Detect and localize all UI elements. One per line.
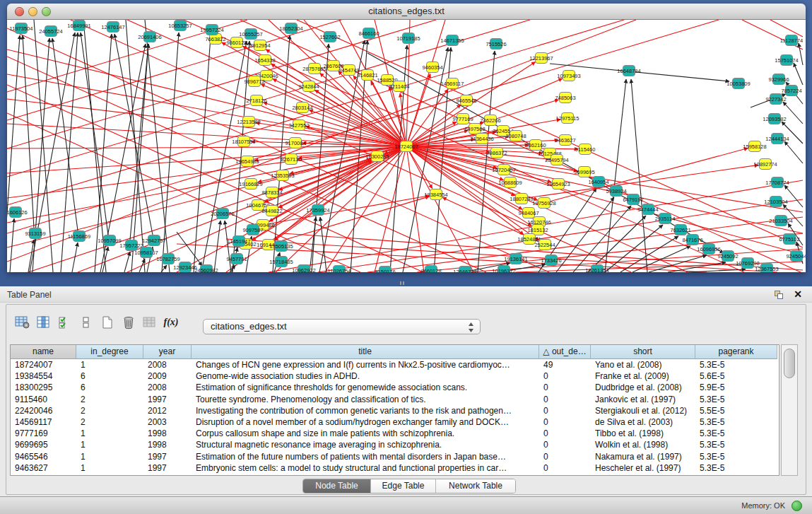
graph-edge[interactable] [478,51,495,272]
table-row[interactable]: 946362711997Embryonic stem cells: a mode… [11,462,779,474]
graph-edge[interactable] [240,20,801,272]
function-builder-button[interactable]: f(x) [160,313,182,332]
scrollbar-thumb[interactable] [784,349,795,378]
select-columns-button[interactable] [54,313,76,332]
table-cell: Stergiakouli et al. (2012) [591,405,695,416]
graph-edge[interactable] [177,232,202,266]
close-panel-icon[interactable]: ✕ [794,288,802,300]
graph-edge[interactable] [794,63,803,85]
graph-edge[interactable] [406,146,803,233]
column-header-title[interactable]: title [192,345,539,359]
table-cell: 49 [539,359,591,370]
show-column-button[interactable] [33,313,54,332]
table-row[interactable]: 1938455462009Genome-wide association stu… [11,370,779,382]
float-panel-icon[interactable] [775,291,784,299]
table-panel-body: f(x) citations_edges.txt namein_degreeye… [6,304,806,495]
table-cell: Structural magnetic resonance image aver… [192,439,539,450]
network-graph[interactable]: 1872400722420046271812612213589181075541… [7,20,806,272]
new-table-button[interactable] [97,313,118,332]
table-cell: 1997 [143,394,192,405]
table-cell: 0 [539,439,591,450]
graph-node-label: 20206576 [211,211,234,217]
graph-node-label: 9313159 [25,230,45,237]
table-row[interactable]: 2242004622012Investigating the contribut… [11,405,779,416]
graph-node-label: 7515526 [486,41,506,47]
table-cell: 1 [76,439,143,450]
table-row[interactable]: 1872400712008Changes of HCN gene express… [11,359,779,370]
table-chooser-dropdown[interactable]: citations_edges.txt [203,319,481,334]
graph-node-label: 15720407 [492,167,515,173]
column-header-pagerank[interactable]: pagerank [695,345,777,359]
column-header-out_de[interactable]: △ out_de… [539,345,591,359]
table-cell: 0 [539,382,591,393]
new-document-icon [100,315,115,329]
graph-node-label: 8660128 [420,268,441,273]
table-cell: 5.3E-5 [695,439,777,450]
table-cell: 2 [76,394,143,405]
graph-node-label: 24055724 [39,28,62,35]
table-settings-button[interactable] [12,313,33,332]
tab-edge-table[interactable]: Edge Table [371,479,436,493]
table-cell: 2 [76,416,143,428]
table-row[interactable]: 969969511998Structural magnetic resonanc… [11,439,779,450]
graph-edge[interactable] [7,20,719,233]
column-header-short[interactable]: short [591,345,695,359]
trash-icon [121,315,136,329]
splitter-grip[interactable] [400,281,406,285]
graph-node-label: 18807249 [510,196,533,202]
graph-edge[interactable] [124,252,130,272]
node-table[interactable]: namein_degreeyeartitle△ out_de…shortpage… [10,344,779,476]
tab-node-table[interactable]: Node Table [303,479,371,493]
graph-edge[interactable] [7,146,406,247]
graph-edge[interactable] [799,43,803,65]
graph-node-label: 7857224 [781,88,801,94]
graph-node-label: 17957222 [119,243,143,249]
graph-node-label: 17359924 [306,207,329,214]
graph-edge[interactable] [7,35,20,272]
table-cell: 0 [539,462,591,474]
graph-edge[interactable] [145,20,170,272]
graph-node-label: 10719185 [396,35,420,42]
table-row[interactable]: 977716911998Corpus callosum shape and si… [11,428,779,439]
tab-network-table[interactable]: Network Table [436,479,515,493]
graph-node-label: 19957224 [200,27,223,33]
table-cell: 2008 [143,382,192,393]
table-cell: 2012 [143,405,192,416]
graph-node-label: 1527602 [319,34,340,40]
table-cell: 22420046 [11,405,76,416]
vertical-scrollbar[interactable] [781,344,798,476]
row-height-button[interactable] [76,313,97,332]
graph-edge[interactable] [269,197,429,245]
graph-edge[interactable] [162,33,179,272]
table-cell: 14569117 [11,416,76,428]
graph-edge[interactable] [52,38,78,230]
delete-table-button[interactable] [118,313,139,332]
graph-edge[interactable] [10,218,14,272]
graph-node-label: 10962922 [292,267,315,273]
table-cell: 5.3E-5 [695,428,777,439]
graph-edge[interactable] [770,20,803,37]
graph-edge[interactable] [406,74,430,146]
network-canvas[interactable]: 1872400722420046271812612213589181075541… [7,20,806,272]
table-cell: 1997 [143,462,192,474]
graph-edge[interactable] [688,269,746,272]
table-row[interactable]: 1830029562008Estimation of significance … [11,382,779,393]
graph-node-label: 10957099 [98,238,121,244]
table-cell: Tourette syndrome. Phenomenology and cla… [192,394,539,405]
network-window-titlebar[interactable]: citations_edges.txt [7,4,806,20]
graph-node-label: 12213589 [237,119,260,125]
column-header-year[interactable]: year [143,345,192,359]
graph-node-label: 8211404 [389,83,410,90]
column-header-name[interactable]: name [11,345,76,359]
import-table-button-disabled [139,313,160,332]
graph-edge[interactable] [7,20,341,120]
table-panel-title: Table Panel [7,290,52,300]
table-tabs: Node Table Edge Table Network Table [302,479,516,493]
graph-edge[interactable] [7,99,406,146]
table-row[interactable]: 946554611997Estimation of the future num… [11,451,779,462]
column-header-in_degree[interactable]: in_degree [76,345,143,359]
table-row[interactable]: 1456911722003Disruption of a novel membe… [11,416,779,428]
table-cell: Jankovic et al. (1997) [591,394,695,405]
table-row[interactable]: 911546021997Tourette syndrome. Phenomeno… [11,394,779,405]
graph-edge[interactable] [784,141,803,163]
